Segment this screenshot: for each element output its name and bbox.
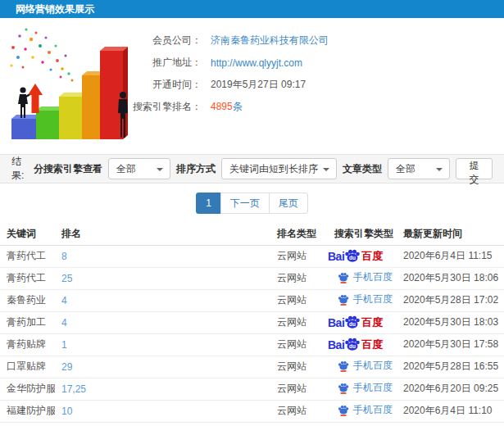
baidu-mobile-logo: 手机百度 xyxy=(338,292,393,306)
member-info: 会员公司： 济南秦鲁药业科技有限公司 推广地址： http://www.qlyy… xyxy=(129,29,329,118)
businessman-left xyxy=(18,87,30,118)
engine-cell: 手机百度 xyxy=(328,289,397,311)
baidu-mobile-logo: 手机百度 xyxy=(338,270,393,284)
svg-text:du: du xyxy=(349,255,356,261)
engine-cell: Baidu百度 xyxy=(328,311,397,333)
header-rank-type: 排名类型 xyxy=(270,223,328,245)
article-type-select[interactable]: 全部 xyxy=(388,158,450,179)
engine-cell: Baidu百度 xyxy=(328,333,397,356)
baidu-paw-icon: du xyxy=(344,249,361,263)
info-row-open-time: 开通时间： 2019年5月27日 09:17 xyxy=(129,74,329,96)
baidu-paw-icon: du xyxy=(344,338,361,351)
baidu-mobile-logo: 手机百度 xyxy=(338,381,393,395)
baidu-paw-icon xyxy=(338,383,349,394)
rank-link[interactable]: 4 xyxy=(61,295,67,306)
rank-type-cell: 云网站 xyxy=(270,267,328,289)
table-row: 福建防护服 10 云网站 手机百度 2020年6月4日 11:10 xyxy=(0,400,504,422)
rank-link[interactable]: 25 xyxy=(61,273,72,284)
baidu-pc-logo: Baidu百度 xyxy=(328,249,383,263)
info-row-url: 推广地址： http://www.qlyyjt.com xyxy=(129,52,329,74)
rank-type-cell: 云网站 xyxy=(270,245,328,267)
rank-link[interactable]: 29 xyxy=(61,361,72,373)
pagination: 1下一页尾页 xyxy=(0,184,504,223)
rank-type-cell: 云网站 xyxy=(270,400,328,422)
last-page-button[interactable]: 尾页 xyxy=(269,193,308,214)
table-row: 金华防护服 17,25 云网站 手机百度 2020年6月20日 09:25 xyxy=(0,378,504,400)
sort-filter-select[interactable]: 关键词由短到长排序 xyxy=(221,158,337,179)
baidu-paw-icon xyxy=(338,294,349,306)
updated-cell: 2020年6月4日 11:15 xyxy=(397,245,504,267)
baidu-paw-icon xyxy=(338,360,349,372)
baidu-paw-icon: du xyxy=(344,315,361,329)
keyword-cell: 膏药加工 xyxy=(0,311,55,333)
engine-cell: 手机百度 xyxy=(328,356,397,378)
updated-cell: 2020年6月4日 11:10 xyxy=(397,400,504,422)
baidu-pc-logo: Baidu百度 xyxy=(328,338,383,351)
engine-filter-label: 分搜索引擎查看 xyxy=(34,162,102,176)
svg-text:du: du xyxy=(349,321,356,327)
table-header-row: 关键词 排名 排名类型 搜索引擎类型 最新更新时间 xyxy=(0,223,504,245)
table-row: 膏药代工 25 云网站 手机百度 2020年5月30日 18:06 xyxy=(0,267,504,289)
keyword-cell: 膏药代工 xyxy=(0,267,55,289)
url-label: 推广地址： xyxy=(129,56,202,70)
rank-link[interactable]: 10 xyxy=(61,406,72,417)
keyword-cell: 秦鲁药业 xyxy=(0,289,55,311)
updated-cell: 2020年5月30日 18:03 xyxy=(397,311,504,333)
updated-cell: 2020年5月28日 16:55 xyxy=(397,356,504,378)
filter-controls: 分搜索引擎查看 全部 排序方式 关键词由短到长排序 文章类型 全部 提交 xyxy=(34,158,493,179)
sort-filter-label: 排序方式 xyxy=(176,162,216,176)
engine-cell: Baidu百度 xyxy=(328,245,397,267)
updated-cell: 2020年5月28日 17:02 xyxy=(397,289,504,311)
page-title: 网络营销效果展示 xyxy=(0,0,504,18)
rank-link[interactable]: 1 xyxy=(61,339,67,351)
baidu-mobile-logo: 手机百度 xyxy=(338,403,393,417)
company-link[interactable]: 济南秦鲁药业科技有限公司 xyxy=(211,34,329,48)
rank-type-cell: 云网站 xyxy=(270,333,328,356)
rank-link[interactable]: 17,25 xyxy=(61,383,86,395)
confetti-dots xyxy=(10,28,73,81)
engine-cell: 手机百度 xyxy=(328,400,397,422)
promotion-url-link[interactable]: http://www.qlyyjt.com xyxy=(211,57,302,69)
header-rank: 排名 xyxy=(55,223,270,245)
engine-cell: 手机百度 xyxy=(328,267,397,289)
article-type-label: 文章类型 xyxy=(343,162,382,176)
open-time-value: 2019年5月27日 09:17 xyxy=(211,78,306,92)
result-filter-bar: 结果: 分搜索引擎查看 全部 排序方式 关键词由短到长排序 文章类型 全部 提交 xyxy=(0,154,504,184)
page-1-button[interactable]: 1 xyxy=(196,193,221,214)
keyword-cell: 福建防护服 xyxy=(0,400,55,422)
baidu-pc-logo: Baidu百度 xyxy=(328,315,383,329)
engine-filter-select[interactable]: 全部 xyxy=(108,158,170,179)
table-row: 膏药代工 8 云网站 Baidu百度 2020年6月4日 11:15 xyxy=(0,245,504,267)
keyword-ranking-table: 关键词 排名 排名类型 搜索引擎类型 最新更新时间 膏药代工 8 云网站 Bai… xyxy=(0,223,504,423)
info-row-ranking-count: 搜索引擎排名： 4895条 xyxy=(129,96,329,118)
next-page-button[interactable]: 下一页 xyxy=(220,193,270,214)
info-row-company: 会员公司： 济南秦鲁药业科技有限公司 xyxy=(129,29,329,52)
baidu-paw-icon xyxy=(338,405,349,416)
rank-link[interactable]: 8 xyxy=(61,251,67,262)
baidu-mobile-logo: 手机百度 xyxy=(338,359,393,373)
header-engine-type: 搜索引擎类型 xyxy=(328,223,397,245)
rank-link[interactable]: 4 xyxy=(61,317,67,329)
keyword-cell: 膏药代工 xyxy=(0,245,55,267)
ranking-count-label: 搜索引擎排名： xyxy=(129,100,202,114)
rank-type-cell: 云网站 xyxy=(270,289,328,311)
keyword-cell: 口罩贴牌 xyxy=(0,356,55,378)
rank-type-cell: 云网站 xyxy=(270,311,328,333)
header-updated: 最新更新时间 xyxy=(397,223,504,245)
keyword-cell: 膏药贴牌 xyxy=(0,333,55,356)
updated-cell: 2020年5月30日 17:58 xyxy=(397,333,504,356)
table-row: 膏药贴牌 1 云网站 Baidu百度 2020年5月30日 17:58 xyxy=(0,333,504,356)
result-label: 结果: xyxy=(11,155,34,183)
svg-text:du: du xyxy=(349,343,356,349)
bar-chart-illustration xyxy=(3,25,144,146)
open-time-label: 开通时间： xyxy=(129,78,202,92)
summary-section: 会员公司： 济南秦鲁药业科技有限公司 推广地址： http://www.qlyy… xyxy=(0,18,504,154)
table-row: 膏药加工 4 云网站 Baidu百度 2020年5月30日 18:03 xyxy=(0,311,504,333)
header-keyword: 关键词 xyxy=(0,223,55,245)
rank-type-cell: 云网站 xyxy=(270,356,328,378)
table-row: 口罩贴牌 29 云网站 手机百度 2020年5月28日 16:55 xyxy=(0,356,504,378)
baidu-paw-icon xyxy=(338,272,349,283)
submit-button[interactable]: 提交 xyxy=(456,158,493,179)
updated-cell: 2020年6月20日 09:25 xyxy=(397,378,504,400)
updated-cell: 2020年5月30日 18:06 xyxy=(397,267,504,289)
